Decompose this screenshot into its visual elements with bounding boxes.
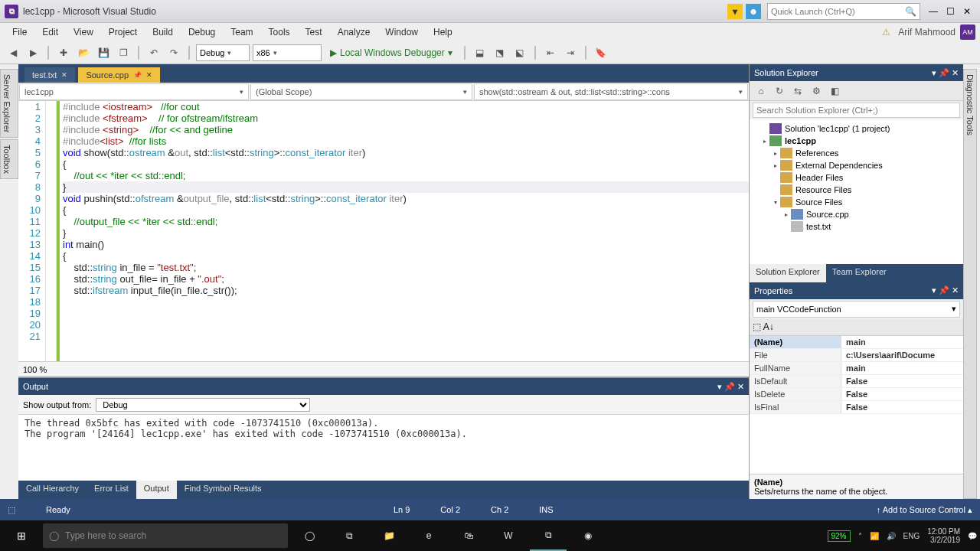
menu-edit[interactable]: Edit [34, 27, 66, 37]
tree-node[interactable]: ▸lec1cpp [750, 135, 963, 147]
menu-debug[interactable]: Debug [181, 27, 223, 37]
source-control[interactable]: ↑ Add to Source Control ▴ [877, 505, 972, 515]
redo-icon[interactable]: ↷ [165, 44, 182, 61]
side-tab[interactable]: Solution Explorer [750, 264, 826, 282]
edge-icon[interactable]: e [410, 520, 447, 551]
taskbar-search[interactable]: ◯ Type here to search [43, 523, 288, 548]
menu-team[interactable]: Team [223, 27, 260, 37]
sync-icon[interactable]: ⇆ [789, 83, 806, 99]
scope-member-dropdown[interactable]: show(std::ostream & out, std::list<std::… [474, 83, 748, 100]
indent-more-icon[interactable]: ⇥ [562, 44, 579, 61]
menu-help[interactable]: Help [426, 27, 460, 37]
output-panel-title: Output ▾ 📌 ✕ [18, 378, 749, 395]
side-tab[interactable]: Team Explorer [826, 264, 893, 282]
editor-tab[interactable]: Source.cpp 📌 ✕ [78, 67, 160, 83]
server-explorer-tab[interactable]: Server Explorer [0, 69, 18, 138]
wifi-icon[interactable]: 📶 [870, 532, 879, 540]
menu-view[interactable]: View [66, 27, 101, 37]
editor-zoom[interactable]: 100 % [18, 361, 749, 377]
code-editor[interactable]: 123456789101112131415161718192021 #inclu… [18, 101, 749, 361]
new-project-icon[interactable]: ✚ [55, 44, 72, 61]
battery-icon[interactable]: 92% [828, 530, 851, 542]
obs-icon[interactable]: ◉ [570, 520, 606, 551]
right-tool-tabs: Diagnostic Tools [963, 64, 980, 499]
tree-node[interactable]: ▸External Dependencies [750, 159, 963, 171]
bottom-tab[interactable]: Output [136, 481, 177, 499]
open-icon[interactable]: 📂 [75, 44, 92, 61]
tree-node[interactable]: Resource Files [750, 184, 963, 196]
properties-toolbar: ⬚ A↓ [750, 319, 963, 336]
tree-node[interactable]: ▾Source Files [750, 196, 963, 208]
undo-icon[interactable]: ↶ [145, 44, 162, 61]
refresh-icon[interactable]: ↻ [771, 83, 788, 99]
nav-fwd-icon[interactable]: ▶ [24, 44, 41, 61]
tree-node[interactable]: test.txt [750, 220, 963, 233]
visual-studio-icon[interactable]: ⧉ [530, 520, 567, 551]
step-over-icon[interactable]: ⬔ [492, 44, 508, 61]
editor-tab[interactable]: test.txt ✕ [24, 67, 75, 83]
save-all-icon[interactable]: ❐ [115, 44, 132, 61]
task-view-icon[interactable]: ⧉ [331, 520, 368, 551]
solution-search-input[interactable] [753, 103, 960, 118]
solution-explorer-title: Solution Explorer▾ 📌 ✕ [750, 64, 963, 81]
config-dropdown[interactable]: Debug [196, 44, 250, 61]
bookmark-icon[interactable]: 🔖 [593, 44, 609, 61]
menu-test[interactable]: Test [298, 27, 330, 37]
scope-project-dropdown[interactable]: lec1cpp [19, 83, 249, 100]
start-button[interactable]: ⊞ [3, 520, 40, 551]
status-col: Col 2 [440, 505, 460, 514]
language[interactable]: ENG [903, 532, 920, 540]
platform-dropdown[interactable]: x86 [253, 44, 322, 61]
bottom-tab[interactable]: Call Hierarchy [18, 481, 87, 499]
status-char: Ch 2 [491, 505, 508, 514]
minimize-button[interactable]: — [925, 3, 942, 20]
feedback-icon[interactable]: ☻ [746, 4, 761, 19]
show-all-icon[interactable]: ◧ [826, 83, 843, 99]
store-icon[interactable]: 🛍 [450, 520, 487, 551]
nav-back-icon[interactable]: ◀ [5, 44, 21, 61]
pin-icon[interactable]: ▾ 📌 ✕ [717, 382, 744, 392]
maximize-button[interactable]: ☐ [942, 3, 959, 20]
save-icon[interactable]: 💾 [95, 44, 112, 61]
toolbox-tab[interactable]: Toolbox [0, 139, 18, 179]
quick-launch-input[interactable]: 🔍 [767, 3, 920, 20]
file-explorer-icon[interactable]: 📁 [371, 520, 407, 551]
menu-tools[interactable]: Tools [261, 27, 298, 37]
properties-grid[interactable]: (Name)mainFilec:\Users\aarif\DocumeFullN… [750, 336, 963, 474]
status-ready: Ready [46, 505, 70, 514]
menu-build[interactable]: Build [145, 27, 181, 37]
tree-node[interactable]: Header Files [750, 171, 963, 184]
clock[interactable]: 12:00 PM3/2/2019 [927, 527, 960, 544]
diagnostic-tools-tab[interactable]: Diagnostic Tools [963, 69, 977, 499]
word-icon[interactable]: W [490, 520, 527, 551]
tree-node[interactable]: ▸References [750, 147, 963, 159]
tree-node[interactable]: ▸Source.cpp [750, 208, 963, 220]
output-text[interactable]: The thread 0x5bfc has exited with code -… [18, 415, 749, 481]
user-avatar[interactable]: AM [960, 24, 975, 40]
menu-analyze[interactable]: Analyze [330, 27, 378, 37]
home-icon[interactable]: ⌂ [753, 83, 769, 99]
scope-namespace-dropdown[interactable]: (Global Scope) [250, 83, 472, 100]
notification-flag-icon[interactable]: ▾ [727, 4, 743, 19]
menu-window[interactable]: Window [377, 27, 426, 37]
menu-project[interactable]: Project [101, 27, 145, 37]
signed-in-user[interactable]: Arif Mahmood [898, 27, 956, 37]
properties-selector[interactable]: main VCCodeFunction [753, 301, 960, 318]
indent-less-icon[interactable]: ⇤ [542, 44, 559, 61]
start-debug-button[interactable]: ▶ Local Windows Debugger ▾ [325, 44, 458, 61]
tree-node[interactable]: Solution 'lec1cpp' (1 project) [750, 122, 963, 135]
tray-up-icon[interactable]: ˄ [858, 532, 862, 540]
volume-icon[interactable]: 🔊 [887, 532, 896, 540]
properties-icon[interactable]: ⚙ [808, 83, 825, 99]
cortana-icon[interactable]: ◯ [291, 520, 328, 551]
notifications-icon[interactable]: 💬 [968, 532, 977, 540]
solution-tree[interactable]: Solution 'lec1cpp' (1 project)▸lec1cpp▸R… [750, 119, 963, 264]
output-from-dropdown[interactable]: Debug [96, 398, 310, 412]
window-title: lec1cpp - Microsoft Visual Studio [23, 6, 156, 17]
step-icon[interactable]: ⬓ [472, 44, 488, 61]
bottom-tab[interactable]: Error List [87, 481, 136, 499]
step-out-icon[interactable]: ⬕ [511, 44, 528, 61]
close-button[interactable]: ✕ [959, 3, 975, 20]
bottom-tab[interactable]: Find Symbol Results [177, 481, 270, 499]
menu-file[interactable]: File [5, 27, 34, 37]
